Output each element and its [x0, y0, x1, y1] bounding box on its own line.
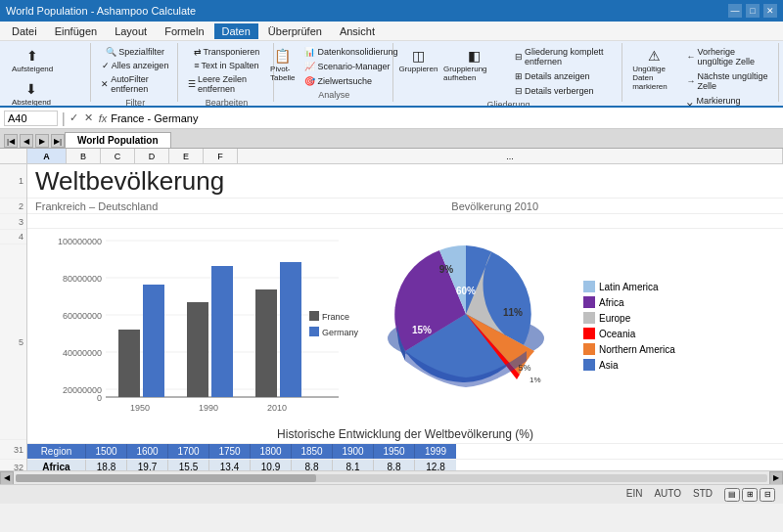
- zielwert-label: Zielwertsuche: [317, 76, 372, 86]
- sheet-rows: 1 2 3 4 5 31 32 33 Weltbevölkerung Frank…: [0, 164, 783, 491]
- sort-desc-button[interactable]: ⬇ Absteigend: [8, 78, 55, 108]
- vorherige-ungueltige-button[interactable]: ← Vorherige ungültige Zelle: [682, 45, 774, 68]
- details-anzeigen-button[interactable]: ⊞ Details anzeigen: [511, 69, 618, 83]
- col-b[interactable]: B: [67, 149, 101, 163]
- scroll-track[interactable]: [16, 474, 767, 482]
- row-31: 31: [0, 440, 26, 460]
- cell-reference[interactable]: [4, 111, 58, 126]
- menu-ansicht[interactable]: Ansicht: [332, 23, 383, 39]
- maximize-button[interactable]: □: [746, 4, 760, 18]
- col-e[interactable]: E: [169, 149, 204, 163]
- legend-europe: Europe: [583, 312, 675, 324]
- col-c[interactable]: C: [101, 149, 135, 163]
- legend-africa: Africa: [583, 296, 675, 308]
- details-anzeigen-icon: ⊞: [515, 71, 523, 81]
- formula-check[interactable]: ✓: [69, 111, 78, 124]
- subtitle-row[interactable]: Frankreich – Deutschland Bevölkerung 201…: [27, 199, 783, 214]
- view-page-btn[interactable]: ⊞: [742, 488, 758, 502]
- zielwert-button[interactable]: 🎯 Zielwertsuche: [300, 74, 401, 88]
- transponieren-icon: ⇄: [194, 47, 202, 57]
- menu-layout[interactable]: Layout: [107, 23, 155, 39]
- scroll-right-btn[interactable]: ▶: [769, 471, 783, 485]
- markierung-entfernen-button[interactable]: ✕ Markierung entfernen: [682, 94, 774, 108]
- svg-text:80000000: 80000000: [63, 274, 102, 284]
- ribbon-group-filter: 🔍 Spezialfilter ✓ Alles anzeigen ✕ AutoF…: [93, 43, 178, 102]
- leere-zeilen-icon: ☰: [188, 79, 196, 89]
- menu-datei[interactable]: Datei: [4, 23, 45, 39]
- legend-color-asia: [583, 359, 595, 371]
- gruppierung-aufheben-button[interactable]: ◧ Gruppierung aufheben: [439, 45, 509, 98]
- row-numbers: 1 2 3 4 5 31 32 33: [0, 164, 27, 491]
- col-d[interactable]: D: [135, 149, 169, 163]
- menu-formeln[interactable]: Formeln: [157, 23, 211, 39]
- content-cells: Weltbevölkerung Frankreich – Deutschland…: [27, 164, 783, 491]
- th-1750: 1750: [209, 444, 251, 459]
- svg-text:60%: 60%: [456, 286, 476, 296]
- scroll-thumb[interactable]: [16, 474, 316, 482]
- sheet-nav-last[interactable]: ▶|: [51, 134, 65, 148]
- datenkonsolidierung-label: Datenkonsolidierung: [317, 47, 397, 57]
- text-spalten-button[interactable]: ≡ Text in Spalten: [190, 59, 262, 72]
- th-region: Region: [27, 444, 86, 459]
- svg-text:60000000: 60000000: [63, 311, 102, 321]
- menu-ueberpruef[interactable]: Überprüfen: [260, 23, 330, 39]
- naechste-ungueltige-button[interactable]: → Nächste ungültige Zelle: [682, 69, 774, 93]
- menu-daten[interactable]: Daten: [214, 23, 258, 39]
- scrollbar-horizontal[interactable]: ◀ ▶: [0, 470, 783, 484]
- status-right: EIN AUTO STD ▤ ⊞ ⊟: [626, 488, 775, 502]
- svg-text:11%: 11%: [503, 307, 523, 318]
- menu-bar: Datei Einfügen Layout Formeln Daten Über…: [0, 22, 783, 41]
- pivot-button[interactable]: 📋 Pivot-Tabelle: [266, 45, 299, 88]
- window-controls[interactable]: — □ ✕: [728, 4, 777, 18]
- markierung-entfernen-label: Markierung entfernen: [696, 96, 770, 108]
- legend-northam: Northern America: [583, 343, 675, 355]
- legend-color-europe: [583, 312, 595, 324]
- ribbon-group-gliederung: ◫ Gruppieren ◧ Gruppierung aufheben ⊟ Gl…: [395, 43, 622, 102]
- legend-label-oceania: Oceania: [599, 329, 635, 339]
- gliederung-entfernen-button[interactable]: ⊟ Gliederung komplett entfernen: [511, 45, 618, 68]
- transponieren-label: Transponieren: [204, 47, 260, 57]
- transponieren-button[interactable]: ⇄ Transponieren: [190, 45, 264, 59]
- ungueltige-daten-button[interactable]: ⚠ Ungültige Datenmarkieren: [628, 45, 680, 108]
- formula-cancel[interactable]: ✕: [84, 111, 93, 124]
- col-f[interactable]: F: [204, 149, 238, 163]
- title-row[interactable]: Weltbevölkerung: [27, 164, 783, 199]
- bearbeiten-group-label: Bearbeiten: [206, 96, 249, 108]
- autofilter-entfernen-button[interactable]: ✕ AutoFilter entfernen: [97, 72, 173, 96]
- table-header-row: Region 1500 1600 1700 1750 1800 1850 190…: [27, 444, 783, 460]
- col-a[interactable]: A: [27, 149, 67, 163]
- tab-bar: |◀ ◀ ▶ ▶| World Population: [0, 129, 783, 149]
- th-1850: 1850: [292, 444, 333, 459]
- leere-zeilen-button[interactable]: ☰ Leere Zeilen entfernen: [184, 72, 269, 96]
- sort-asc-button[interactable]: ⬆ Aufsteigend: [8, 45, 57, 76]
- alles-anzeigen-button[interactable]: ✓ Alles anzeigen: [98, 59, 173, 72]
- svg-text:0: 0: [97, 393, 102, 403]
- view-preview-btn[interactable]: ⊟: [760, 488, 775, 502]
- tab-world-population[interactable]: World Population: [65, 132, 171, 148]
- sheet-nav-first[interactable]: |◀: [4, 134, 18, 148]
- th-1500: 1500: [86, 444, 127, 459]
- scroll-left-btn[interactable]: ◀: [0, 471, 14, 485]
- scenario-button[interactable]: 📈 Scenario-Manager: [300, 60, 401, 73]
- bar-france-1950: [118, 330, 140, 397]
- legend-asia: Asia: [583, 359, 675, 371]
- sort-asc-label: Aufsteigend: [12, 65, 53, 73]
- details-verbergen-label: Details verbergen: [525, 86, 594, 96]
- bar-germany-1990: [211, 266, 233, 397]
- autofilter-entfernen-label: AutoFilter entfernen: [111, 74, 169, 94]
- datenkonsolidierung-button[interactable]: 📊 Datenkonsolidierung: [300, 45, 401, 59]
- sort-desc-label: Absteigend: [12, 98, 51, 107]
- sheet-nav-prev[interactable]: ◀: [20, 134, 33, 148]
- formula-fx[interactable]: fx: [99, 112, 108, 124]
- view-normal-btn[interactable]: ▤: [724, 488, 740, 502]
- close-button[interactable]: ✕: [763, 4, 777, 18]
- row-2: 2: [0, 199, 26, 214]
- minimize-button[interactable]: —: [728, 4, 742, 18]
- sheet-nav-next[interactable]: ▶: [35, 134, 49, 148]
- spezialfilter-button[interactable]: 🔍 Spezialfilter: [102, 45, 168, 59]
- gruppieren-button[interactable]: ◫ Gruppieren: [399, 45, 438, 98]
- menu-einfuegen[interactable]: Einfügen: [47, 23, 105, 39]
- details-verbergen-button[interactable]: ⊟ Details verbergen: [511, 84, 618, 98]
- formula-input[interactable]: [111, 112, 779, 124]
- view-buttons[interactable]: ▤ ⊞ ⊟: [724, 488, 775, 502]
